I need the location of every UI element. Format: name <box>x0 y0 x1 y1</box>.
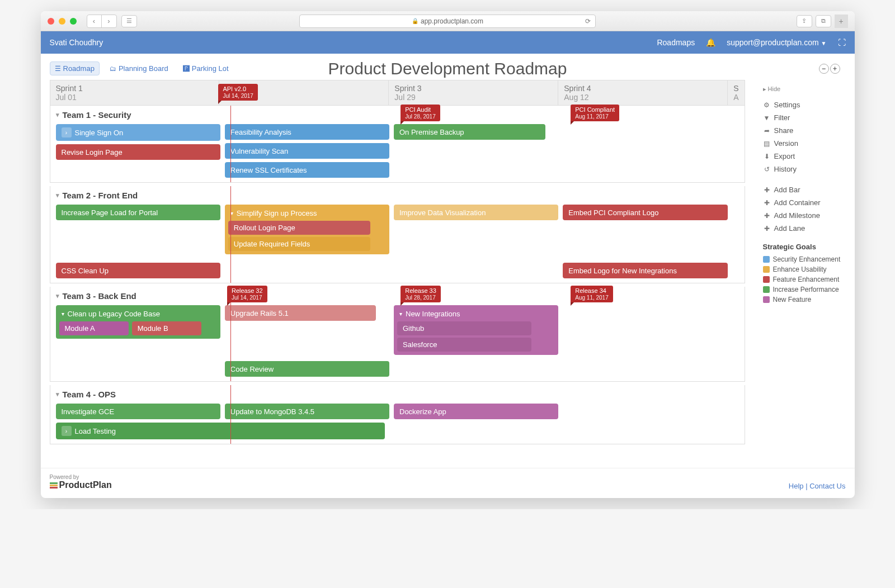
timeline-header: Sprint 1Jul 01 Sprint 2 API v2.0Jul 14, … <box>50 80 745 106</box>
container-integrations[interactable]: ▾New Integrations Github Salesforce <box>394 305 558 355</box>
plus-icon: ✚ <box>763 212 771 220</box>
bar-update-fields[interactable]: Update Required Fields <box>228 237 370 251</box>
bar-github[interactable]: Github <box>397 321 531 335</box>
lane-header-team3[interactable]: ▾Team 3 - Back End <box>50 287 745 305</box>
bar-rollout-login[interactable]: Rollout Login Page <box>228 221 370 235</box>
version-icon: ▤ <box>763 140 771 148</box>
bar-gce[interactable]: Investigate GCE <box>56 404 220 419</box>
lock-icon: 🔒 <box>412 18 418 24</box>
menu-add-lane[interactable]: ✚Add Lane <box>763 222 846 235</box>
sprint-header-5[interactable]: SA <box>728 80 744 105</box>
bar-mongo[interactable]: Update to MongoDB 3.4.5 <box>225 404 389 419</box>
lane-header-team2[interactable]: ▾Team 2 - Front End <box>50 186 745 205</box>
chevron-down-icon: ▾ <box>62 311 64 317</box>
menu-add-milestone[interactable]: ✚Add Milestone <box>763 209 846 222</box>
zoom-out-button[interactable]: − <box>819 64 829 74</box>
bar-css-cleanup[interactable]: CSS Clean Up <box>56 263 220 278</box>
chevron-down-icon: ▾ <box>56 192 59 199</box>
legend-item[interactable]: New Feature <box>763 295 846 305</box>
menu-export[interactable]: ⬇Export <box>763 150 846 163</box>
milestone-pci-compliant[interactable]: PCI CompliantAug 11, 2017 <box>571 105 619 121</box>
lane-header-team1[interactable]: ▾Team 1 - Security <box>50 106 745 124</box>
sprint-header-2[interactable]: Sprint 2 API v2.0Jul 14, 2017 <box>219 80 389 105</box>
zoom-in-button[interactable]: + <box>830 64 840 74</box>
milestone-rel33[interactable]: Release 33Jul 28, 2017 <box>401 286 441 302</box>
legend-swatch <box>763 256 770 263</box>
plus-icon: ✚ <box>763 199 771 207</box>
menu-version[interactable]: ▤Version <box>763 137 846 150</box>
bar-module-b[interactable]: Module B <box>132 321 201 335</box>
bar-code-review[interactable]: Code Review <box>225 361 389 377</box>
new-tab-button[interactable]: + <box>835 15 848 28</box>
bar-feasibility[interactable]: Feasibility Analysis <box>225 124 389 140</box>
expand-icon: › <box>62 127 72 137</box>
nav-roadmaps-link[interactable]: Roadmaps <box>657 38 695 47</box>
reload-icon[interactable]: ⟳ <box>585 17 591 25</box>
menu-settings[interactable]: ⚙Settings <box>763 98 846 111</box>
bar-backup[interactable]: On Premise Backup <box>394 124 545 140</box>
milestone-rel32[interactable]: Release 32Jul 14, 2017 <box>227 286 267 302</box>
lane-team1: ▾Team 1 - Security PCI AuditJul 28, 2017… <box>50 106 745 183</box>
forward-button[interactable]: › <box>102 15 116 27</box>
bar-embed-new[interactable]: Embed Logo for New Integrations <box>563 263 727 278</box>
lane-header-team4[interactable]: ▾Team 4 - OPS <box>50 385 745 404</box>
hide-panel-button[interactable]: ▸ Hide <box>763 86 846 93</box>
productplan-logo[interactable]: ProductPlan <box>50 480 112 490</box>
minimize-window-icon[interactable] <box>59 18 65 25</box>
container-legacy[interactable]: ▾Clean up Legacy Code Base Module A Modu… <box>56 305 220 339</box>
menu-add-container[interactable]: ✚Add Container <box>763 196 846 209</box>
view-tab-roadmap[interactable]: ☰Roadmap <box>50 61 100 75</box>
legend-swatch <box>763 276 770 283</box>
roadmap-icon: ☰ <box>55 65 61 73</box>
help-link[interactable]: Help <box>789 482 804 490</box>
container-signup[interactable]: ▾Simplify Sign up Process Rollout Login … <box>225 205 389 254</box>
bar-revise-login[interactable]: Revise Login Page <box>56 144 220 160</box>
bar-embed-pci[interactable]: Embed PCI Compliant Logo <box>563 205 727 220</box>
sidebar-toggle-button[interactable]: ☰ <box>121 15 137 27</box>
bar-rails[interactable]: Upgrade Rails 5.1 <box>225 305 376 321</box>
legend-item[interactable]: Increase Performance <box>763 284 846 295</box>
gear-icon: ⚙ <box>763 101 771 109</box>
menu-add-bar[interactable]: ✚Add Bar <box>763 183 846 196</box>
legend-swatch <box>763 266 770 273</box>
notifications-icon[interactable]: 🔔 <box>706 38 715 47</box>
bar-page-load[interactable]: Increase Page Load for Portal <box>56 205 220 220</box>
sprint-header-1[interactable]: Sprint 1Jul 01 <box>50 80 220 105</box>
view-tab-parking[interactable]: 🅿Parking Lot <box>178 61 233 75</box>
bar-ssl[interactable]: Renew SSL Certificates <box>225 162 389 178</box>
page-title: Product Development Roadmap <box>328 59 567 78</box>
share-button[interactable]: ⇪ <box>797 15 812 27</box>
milestone-pci-audit[interactable]: PCI AuditJul 28, 2017 <box>401 105 440 121</box>
legend-label: Feature Enhancement <box>773 276 840 283</box>
sprint-header-3[interactable]: Sprint 3Jul 29 <box>389 80 558 105</box>
milestone-rel34[interactable]: Release 34Aug 11, 2017 <box>571 286 613 302</box>
support-menu[interactable]: support@productplan.com▼ <box>727 38 826 47</box>
bar-docker[interactable]: Dockerize App <box>394 404 558 419</box>
powered-by-label: Powered by <box>50 474 112 480</box>
chevron-down-icon: ▾ <box>56 292 59 300</box>
bar-sso[interactable]: ›Single Sign On <box>56 124 220 141</box>
close-window-icon[interactable] <box>48 18 54 25</box>
back-button[interactable]: ‹ <box>87 15 102 27</box>
user-name[interactable]: Svati Choudhry <box>50 38 103 47</box>
bar-load-testing[interactable]: ›Load Testing <box>56 423 385 439</box>
view-tab-planning[interactable]: 🗂Planning Board <box>105 61 173 75</box>
tabs-button[interactable]: ⧉ <box>816 15 831 27</box>
legend-item[interactable]: Enhance Usability <box>763 264 846 274</box>
maximize-window-icon[interactable] <box>70 18 77 25</box>
bar-vuln-scan[interactable]: Vulnerability Scan <box>225 143 389 159</box>
bar-dataviz[interactable]: Improve Data Visualization <box>394 205 558 220</box>
contact-link[interactable]: Contact Us <box>809 482 845 490</box>
menu-filter[interactable]: ▼Filter <box>763 111 846 124</box>
menu-history[interactable]: ↺History <box>763 163 846 176</box>
menu-share[interactable]: ➦Share <box>763 124 846 137</box>
bar-module-a[interactable]: Module A <box>59 321 129 335</box>
legend-item[interactable]: Feature Enhancement <box>763 274 846 284</box>
sprint-header-4[interactable]: Sprint 4Aug 12 <box>558 80 728 105</box>
milestone-api[interactable]: API v2.0Jul 14, 2017 <box>218 84 258 101</box>
fullscreen-icon[interactable]: ⛶ <box>838 38 846 47</box>
legend-label: Enhance Usability <box>773 265 827 273</box>
legend-item[interactable]: Security Enhancement <box>763 254 846 264</box>
address-bar[interactable]: 🔒 app.productplan.com ⟳ <box>299 15 596 28</box>
bar-salesforce[interactable]: Salesforce <box>397 338 531 352</box>
